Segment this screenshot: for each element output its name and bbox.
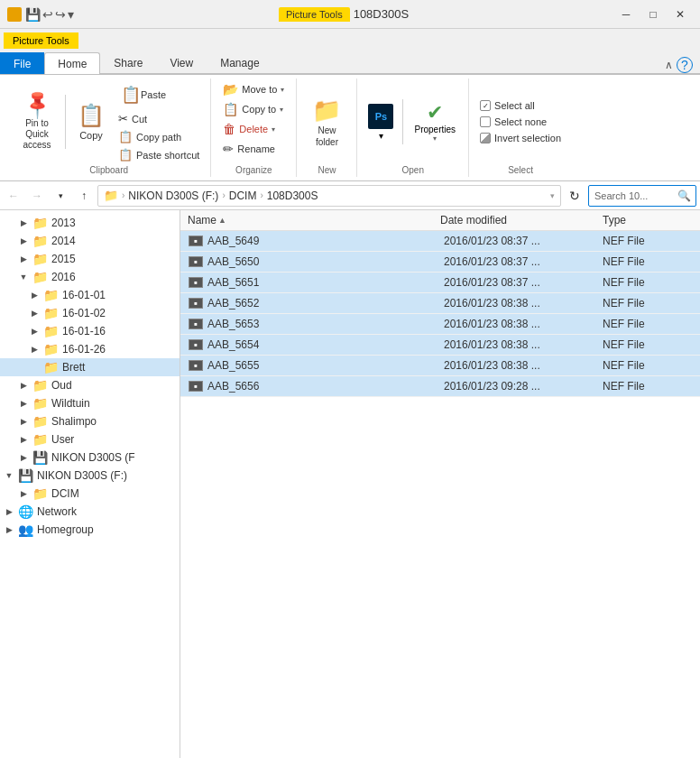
delete-label: Delete: [239, 124, 268, 134]
folder-icon-user: 📁: [32, 432, 48, 447]
col-header-type[interactable]: Type: [603, 214, 693, 226]
maximize-button[interactable]: □: [640, 5, 666, 23]
save-icon[interactable]: 💾: [25, 7, 41, 22]
invert-selection-label: Invert selection: [494, 133, 561, 143]
sidebar-item-16-01-02[interactable]: ▶ 📁 16-01-02: [0, 304, 180, 322]
path-dropdown[interactable]: ▾: [550, 191, 555, 200]
back-button[interactable]: ←: [4, 186, 23, 206]
file-row[interactable]: ■ AAB_5650 2016/01/23 08:37 ... NEF File: [180, 252, 700, 273]
sidebar-label-brett: Brett: [62, 361, 172, 374]
file-name-3: AAB_5651: [207, 276, 444, 289]
forward-button[interactable]: →: [27, 186, 47, 206]
expand-icon-user: ▶: [18, 435, 29, 444]
folder-icon-wildtuin: 📁: [32, 396, 48, 411]
open-with-button[interactable]: Ps ▾: [364, 102, 397, 143]
sidebar-item-shalimpo[interactable]: ▶ 📁 Shalimpo: [0, 412, 180, 430]
new-folder-icon: 📁: [312, 97, 341, 125]
sidebar-item-16-01-16[interactable]: ▶ 📁 16-01-16: [0, 322, 180, 340]
sidebar-label-homegroup: Homegroup: [37, 523, 172, 536]
file-date-2: 2016/01/23 08:37 ...: [444, 255, 603, 268]
file-row[interactable]: ■ AAB_5652 2016/01/23 08:38 ... NEF File: [180, 293, 700, 314]
sidebar-item-wildtuin[interactable]: ▶ 📁 Wildtuin: [0, 394, 180, 412]
copy-path-button[interactable]: 📋 Copy path: [115, 128, 203, 145]
path-108d300s[interactable]: 108D300S: [267, 190, 318, 202]
file-thumb-2: ■: [188, 254, 204, 270]
close-button[interactable]: ✕: [668, 5, 693, 23]
rename-button[interactable]: ✏ Rename: [218, 140, 280, 158]
file-type-5: NEF File: [603, 318, 693, 330]
sidebar-item-oud[interactable]: ▶ 📁 Oud: [0, 376, 180, 394]
sidebar-item-brett[interactable]: 📁 Brett: [0, 358, 180, 376]
copy-button-large[interactable]: 📋 Copy: [71, 98, 111, 145]
tab-manage[interactable]: Manage: [207, 51, 272, 73]
col-header-name[interactable]: Name ▲: [188, 214, 440, 226]
properties-icon: ✔: [423, 101, 447, 125]
sidebar-label-16-01-26: 16-01-26: [62, 343, 172, 356]
paste-button[interactable]: 📋 Paste: [115, 80, 203, 109]
minimize-button[interactable]: ─: [613, 5, 639, 23]
path-sep3: ›: [260, 190, 262, 200]
new-folder-button[interactable]: 📁 Newfolder: [304, 92, 349, 153]
refresh-button[interactable]: ↻: [565, 186, 585, 206]
sidebar-label-user: User: [51, 433, 172, 446]
sidebar-item-2016[interactable]: ▼ 📁 2016: [0, 268, 180, 286]
sidebar-item-nikon-sub[interactable]: ▶ 💾 NIKON D300S (F: [0, 448, 180, 467]
sidebar-item-16-01-01[interactable]: ▶ 📁 16-01-01: [0, 286, 180, 304]
col-header-date[interactable]: Date modified: [440, 214, 603, 226]
file-row[interactable]: ■ AAB_5655 2016/01/23 08:38 ... NEF File: [180, 356, 700, 376]
file-thumb-1: ■: [188, 233, 204, 249]
ribbon-main-tabs: File Home Share View Manage ∧ ?: [0, 49, 700, 74]
recent-locations-button[interactable]: ▾: [51, 186, 70, 206]
sidebar-item-network[interactable]: ▶ 🌐 Network: [0, 503, 180, 521]
select-none-button[interactable]: Select none: [476, 115, 565, 129]
sidebar-label-2014: 2014: [51, 235, 172, 247]
help-btn[interactable]: ?: [677, 57, 693, 73]
clipboard-group-label: Clipboard: [89, 163, 128, 175]
file-row[interactable]: ■ AAB_5649 2016/01/23 08:37 ... NEF File: [180, 231, 700, 252]
pin-to-quick-access-button[interactable]: 📌 Pin to Quickaccess: [14, 88, 60, 155]
undo-icon[interactable]: ↩: [42, 7, 53, 22]
sidebar-item-nikon-drive[interactable]: ▼ 💾 NIKON D300S (F:): [0, 467, 180, 485]
new-group: 📁 Newfolder New: [297, 79, 357, 177]
sidebar-item-user[interactable]: ▶ 📁 User: [0, 430, 180, 448]
up-button[interactable]: ↑: [74, 186, 94, 206]
tab-share[interactable]: Share: [100, 51, 156, 73]
rename-label: Rename: [237, 143, 275, 154]
path-dcim[interactable]: DCIM: [229, 190, 257, 202]
tab-view[interactable]: View: [156, 51, 207, 73]
picture-tools-row: Picture Tools: [0, 29, 700, 49]
file-row[interactable]: ■ AAB_5653 2016/01/23 08:38 ... NEF File: [180, 314, 700, 335]
redo-icon[interactable]: ↪: [55, 7, 66, 22]
dropdown-icon[interactable]: ▾: [68, 7, 74, 22]
file-row[interactable]: ■ AAB_5651 2016/01/23 08:37 ... NEF File: [180, 273, 700, 293]
tab-file[interactable]: File: [0, 52, 44, 74]
delete-button[interactable]: 🗑 Delete ▾: [218, 120, 280, 138]
cut-icon: ✂: [118, 112, 128, 125]
sidebar-item-2013[interactable]: ▶ 📁 2013: [0, 214, 180, 232]
folder-icon-16-01-16: 📁: [43, 324, 59, 338]
folder-icon-oud: 📁: [32, 378, 48, 393]
invert-selection-button[interactable]: Invert selection: [476, 131, 565, 145]
properties-button[interactable]: ✔ Properties ▾: [409, 99, 461, 144]
move-to-button[interactable]: 📂 Move to ▾: [218, 80, 289, 98]
sidebar-item-dcim[interactable]: ▶ 📁 DCIM: [0, 485, 180, 503]
copy-to-button[interactable]: 📋 Copy to ▾: [218, 100, 288, 118]
ribbon-collapse-btn[interactable]: ∧: [665, 59, 673, 71]
sidebar-item-2014[interactable]: ▶ 📁 2014: [0, 232, 180, 250]
sidebar-item-homegroup[interactable]: ▶ 👥 Homegroup: [0, 521, 180, 539]
cut-button[interactable]: ✂ Cut: [115, 110, 203, 127]
picture-tools-tab-label[interactable]: Picture Tools: [4, 32, 78, 49]
file-name-4: AAB_5652: [207, 297, 444, 310]
title-bar-center: Picture Tools 108D300S: [74, 7, 613, 22]
sidebar-item-2015[interactable]: ▶ 📁 2015: [0, 250, 180, 268]
select-all-button[interactable]: ✓ Select all: [476, 98, 565, 113]
sidebar-item-16-01-26[interactable]: ▶ 📁 16-01-26: [0, 340, 180, 358]
ribbon-content: 📌 Pin to Quickaccess 📋 Copy 📋 Paste ✂ Cu…: [0, 75, 700, 181]
expand-icon-2016: ▼: [18, 273, 29, 282]
tab-home[interactable]: Home: [44, 52, 100, 74]
path-nikon[interactable]: NIKON D300S (F:): [128, 190, 218, 202]
paste-shortcut-button[interactable]: 📋 Paste shortcut: [115, 146, 203, 163]
file-row[interactable]: ■ AAB_5656 2016/01/23 09:28 ... NEF File: [180, 376, 700, 397]
search-input[interactable]: [588, 185, 696, 207]
file-row[interactable]: ■ AAB_5654 2016/01/23 08:38 ... NEF File: [180, 335, 700, 356]
